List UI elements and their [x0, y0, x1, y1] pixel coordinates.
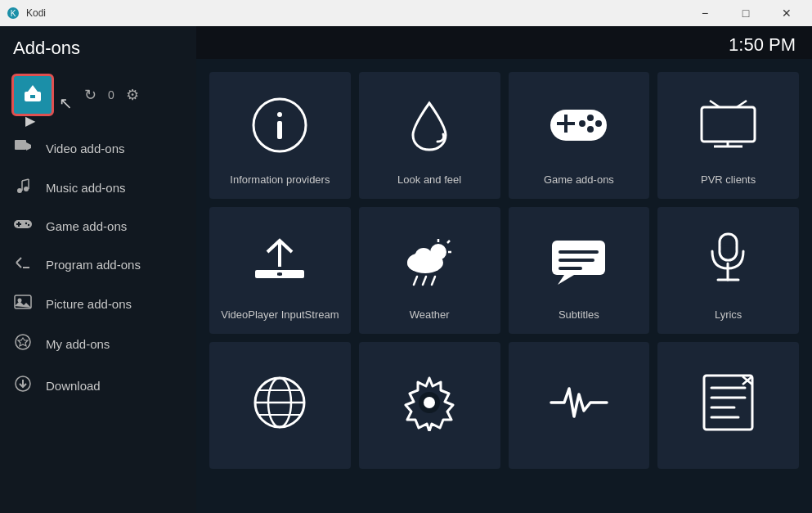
- content-area: 1:50 PM Information providers: [196, 26, 812, 513]
- svg-line-18: [16, 263, 21, 268]
- information-providers-label: Information providers: [230, 173, 330, 187]
- svg-rect-60: [720, 234, 737, 260]
- weather-label: Weather: [410, 308, 450, 322]
- program-icon: [13, 254, 33, 275]
- time-bar: 1:50 PM: [196, 26, 812, 59]
- svg-rect-4: [30, 95, 35, 98]
- program-addons-label: Program add-ons: [46, 258, 141, 272]
- svg-point-16: [28, 224, 29, 226]
- sidebar-item-download[interactable]: Download: [0, 365, 196, 407]
- svg-line-54: [432, 277, 435, 285]
- tv-icon: [698, 85, 759, 165]
- download-icon: [13, 375, 33, 397]
- addons-grid: Information providers Look and feel: [209, 72, 799, 469]
- close-button[interactable]: ✕: [768, 0, 805, 26]
- videoplayer-label: VideoPlayer InputStream: [221, 308, 339, 322]
- sidebar-item-music-addons[interactable]: Music add-ons: [0, 168, 196, 208]
- addon-icon: [21, 82, 44, 109]
- svg-marker-56: [558, 275, 574, 285]
- addons-grid-container: Information providers Look and feel: [196, 59, 812, 513]
- subtitles-icon: [548, 220, 609, 300]
- grid-item-lyrics[interactable]: Lyrics: [657, 207, 799, 334]
- time-display: 1:50 PM: [729, 34, 796, 56]
- picture-icon: [13, 295, 33, 313]
- sidebar-item-program-addons[interactable]: Program add-ons: [0, 245, 196, 285]
- game-addons-label: Game add-ons: [46, 219, 127, 233]
- svg-point-26: [277, 112, 282, 117]
- grid-item-addons-manager[interactable]: [657, 342, 799, 469]
- settings-icon[interactable]: ⚙: [126, 86, 139, 104]
- grid-item-weather[interactable]: Weather: [359, 207, 500, 334]
- svg-point-15: [25, 223, 27, 224]
- titlebar: K Kodi − □ ✕: [0, 0, 812, 26]
- svg-line-53: [423, 277, 426, 285]
- svg-marker-3: [28, 85, 38, 92]
- grid-item-settings-addons[interactable]: [359, 342, 500, 469]
- sidebar-nav: Video add-ons Music add-ons: [0, 129, 196, 513]
- grid-item-look-and-feel[interactable]: Look and feel: [359, 72, 500, 199]
- gamepad-icon: [548, 85, 609, 165]
- pulse-icon: [550, 355, 608, 449]
- svg-rect-5: [15, 140, 26, 150]
- grid-item-health[interactable]: [509, 342, 650, 469]
- look-and-feel-label: Look and feel: [397, 173, 461, 187]
- grid-item-game-addons[interactable]: Game add-ons: [509, 72, 650, 199]
- refresh-icon[interactable]: ↻: [84, 86, 96, 104]
- my-addons-icon: [13, 333, 33, 355]
- sidebar-toolbar: ↖ ↻ 0 ⚙: [0, 67, 196, 129]
- cursor-icon: ↖: [59, 93, 73, 113]
- grid-item-videoplayer[interactable]: VideoPlayer InputStream: [209, 207, 351, 334]
- grid-item-pvr-clients[interactable]: PVR clients: [657, 72, 799, 199]
- sidebar-item-picture-addons[interactable]: Picture add-ons: [0, 285, 196, 323]
- toolbar-count: 0: [108, 88, 114, 101]
- app-title: Kodi: [26, 7, 680, 19]
- weather-icon: [399, 220, 460, 300]
- svg-line-11: [22, 179, 29, 181]
- sidebar-item-my-addons[interactable]: My add-ons: [0, 323, 196, 365]
- gear-icon: [401, 355, 458, 449]
- lyrics-label: Lyrics: [715, 308, 742, 322]
- svg-point-51: [415, 248, 433, 266]
- svg-point-8: [24, 187, 29, 191]
- gamepad-nav-icon: [13, 218, 33, 235]
- svg-line-17: [16, 258, 21, 263]
- svg-point-22: [16, 335, 30, 349]
- music-addons-label: Music add-ons: [46, 181, 126, 195]
- main-area: Add-ons ↖ ↻ 0 ⚙: [0, 26, 812, 513]
- svg-text:K: K: [11, 9, 16, 18]
- sidebar-header: Add-ons: [0, 26, 196, 67]
- pvr-clients-label: PVR clients: [701, 173, 756, 187]
- sidebar: Add-ons ↖ ↻ 0 ⚙: [0, 26, 196, 513]
- svg-point-7: [17, 188, 22, 193]
- grid-item-information-providers[interactable]: Information providers: [209, 72, 351, 199]
- look-icon: [401, 85, 458, 165]
- window-controls: − □ ✕: [686, 0, 805, 26]
- my-addons-label: My add-ons: [46, 337, 110, 351]
- svg-point-31: [587, 115, 594, 121]
- svg-line-52: [414, 277, 417, 285]
- svg-rect-35: [702, 107, 755, 142]
- svg-point-32: [595, 120, 602, 127]
- list-icon: [702, 355, 755, 449]
- download-label: Download: [46, 379, 101, 393]
- maximize-button[interactable]: □: [727, 0, 765, 26]
- upload-icon: [251, 220, 308, 300]
- grid-item-subtitles[interactable]: Subtitles: [509, 207, 650, 334]
- page-title: Add-ons: [13, 38, 80, 59]
- picture-addons-label: Picture add-ons: [46, 297, 132, 311]
- svg-rect-27: [277, 121, 282, 139]
- info-icon: [251, 85, 308, 165]
- video-icon: [13, 139, 33, 158]
- kodi-logo: K: [7, 7, 20, 20]
- subtitles-label: Subtitles: [559, 308, 599, 322]
- sidebar-item-video-addons[interactable]: Video add-ons: [0, 129, 196, 168]
- svg-line-46: [447, 241, 450, 243]
- addon-icon-button[interactable]: [11, 74, 54, 116]
- music-icon: [13, 178, 33, 198]
- sidebar-item-game-addons[interactable]: Game add-ons: [0, 208, 196, 245]
- video-addons-label: Video add-ons: [46, 142, 124, 155]
- globe-icon: [251, 355, 308, 449]
- minimize-button[interactable]: −: [686, 0, 724, 26]
- svg-marker-6: [26, 142, 31, 151]
- grid-item-services[interactable]: [209, 342, 351, 469]
